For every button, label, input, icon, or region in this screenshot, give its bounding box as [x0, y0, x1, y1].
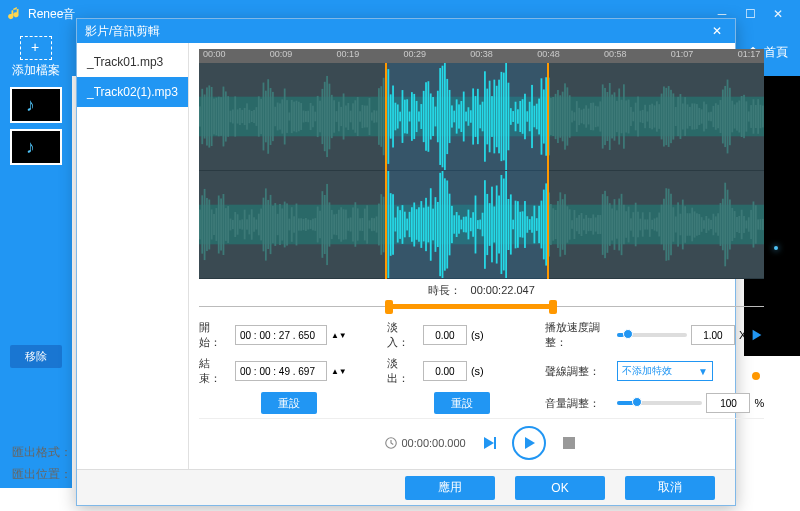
svg-rect-169: [595, 106, 597, 127]
svg-rect-77: [378, 88, 380, 145]
svg-rect-194: [654, 105, 656, 127]
svg-rect-189: [642, 110, 644, 123]
volume-input[interactable]: [706, 393, 750, 413]
speed-input[interactable]: [691, 325, 735, 345]
ok-button[interactable]: OK: [515, 476, 605, 500]
skip-start-button[interactable]: [480, 434, 498, 452]
svg-rect-69: [359, 111, 361, 121]
selection-start-handle[interactable]: [385, 300, 393, 314]
svg-rect-417: [611, 209, 613, 241]
svg-rect-282: [293, 216, 295, 232]
media-thumb-1[interactable]: ♪: [10, 87, 62, 123]
svg-rect-184: [630, 107, 632, 126]
svg-rect-402: [576, 218, 578, 232]
svg-rect-214: [701, 109, 703, 123]
apply-button[interactable]: 應用: [405, 476, 495, 500]
svg-rect-19: [241, 110, 243, 123]
remove-button[interactable]: 移除: [10, 345, 62, 368]
svg-rect-448: [684, 206, 686, 243]
svg-rect-187: [637, 97, 639, 137]
svg-rect-447: [682, 200, 684, 250]
svg-rect-51: [317, 96, 319, 137]
svg-rect-206: [682, 103, 684, 129]
svg-rect-291: [314, 218, 316, 231]
svg-rect-314: [369, 220, 371, 228]
play-button[interactable]: [512, 426, 546, 460]
add-file-icon[interactable]: [20, 36, 52, 60]
svg-rect-154: [559, 95, 561, 137]
svg-rect-28: [263, 83, 265, 151]
lens-flare-icon: [774, 246, 778, 250]
svg-rect-289: [310, 220, 312, 229]
selection-range[interactable]: [385, 63, 549, 279]
svg-rect-415: [606, 196, 608, 253]
svg-rect-472: [741, 210, 743, 240]
svg-rect-265: [253, 217, 255, 231]
end-input[interactable]: [235, 361, 327, 381]
track-item-0[interactable]: _Track01.mp3: [77, 47, 188, 77]
volume-slider[interactable]: [617, 401, 703, 405]
svg-rect-3: [204, 94, 206, 138]
svg-rect-30: [267, 79, 269, 154]
svg-rect-403: [578, 215, 580, 234]
svg-rect-183: [628, 100, 630, 134]
start-input[interactable]: [235, 325, 327, 345]
selection-bar[interactable]: [199, 302, 764, 312]
svg-rect-392: [552, 208, 554, 240]
svg-rect-236: [752, 99, 754, 134]
music-note-icon: ♪: [26, 95, 35, 116]
svg-rect-395: [559, 192, 561, 256]
svg-rect-204: [677, 97, 679, 136]
preview-play-icon[interactable]: [750, 328, 764, 342]
svg-rect-52: [319, 101, 321, 133]
svg-rect-8: [215, 98, 217, 136]
svg-rect-484: [563, 437, 575, 449]
fadein-input[interactable]: [423, 325, 467, 345]
svg-rect-25: [255, 107, 257, 126]
svg-rect-257: [234, 212, 236, 237]
svg-rect-477: [752, 201, 754, 247]
svg-rect-453: [696, 213, 698, 235]
svg-rect-411: [597, 215, 599, 234]
dialog-close-button[interactable]: ✕: [707, 24, 727, 38]
svg-rect-454: [698, 214, 700, 235]
reset-time-button[interactable]: 重設: [261, 392, 317, 414]
svg-rect-440: [665, 188, 667, 261]
svg-rect-157: [566, 87, 568, 145]
speed-slider[interactable]: [617, 333, 687, 337]
stop-button[interactable]: [560, 434, 578, 452]
svg-rect-437: [658, 213, 660, 237]
reset-fade-button[interactable]: 重設: [434, 392, 490, 414]
dialog-footer: 應用 OK 取消: [77, 469, 735, 505]
media-thumb-2[interactable]: ♪: [10, 129, 62, 165]
dialog-title: 影片/音訊剪輯: [85, 23, 160, 40]
cancel-button[interactable]: 取消: [625, 476, 715, 500]
fadeout-input[interactable]: [423, 361, 467, 381]
svg-rect-285: [300, 218, 302, 230]
start-label: 開始：: [199, 320, 231, 350]
svg-rect-313: [366, 205, 368, 244]
track-item-1[interactable]: _Track02(1).mp3: [77, 77, 188, 107]
svg-rect-27: [260, 99, 262, 134]
svg-rect-300: [336, 214, 338, 235]
maximize-button[interactable]: ☐: [736, 7, 764, 21]
voice-dropdown[interactable]: 不添加特效 ▼: [617, 361, 713, 381]
playback-bar: 00:00:00.000: [199, 418, 764, 466]
svg-rect-303: [343, 209, 345, 239]
selection-end-handle[interactable]: [549, 300, 557, 314]
spinner-icon[interactable]: ▲▼: [331, 331, 347, 340]
svg-rect-478: [755, 205, 757, 243]
svg-rect-203: [675, 107, 677, 126]
svg-rect-480: [760, 219, 762, 230]
close-button[interactable]: ✕: [764, 7, 792, 21]
svg-rect-43: [298, 102, 300, 132]
svg-rect-235: [750, 105, 752, 128]
svg-rect-9: [218, 97, 220, 137]
volume-label: 音量調整：: [545, 396, 613, 411]
svg-rect-459: [710, 220, 712, 229]
spinner-icon[interactable]: ▲▼: [331, 367, 347, 376]
svg-rect-151: [552, 97, 554, 136]
svg-rect-394: [557, 201, 559, 248]
waveform-area[interactable]: [199, 63, 764, 279]
svg-rect-163: [581, 110, 583, 124]
